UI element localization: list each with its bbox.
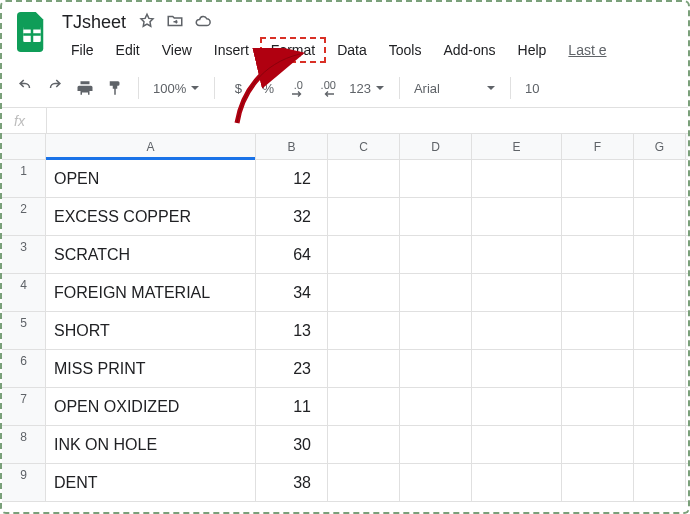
- row-header[interactable]: 5: [2, 312, 46, 349]
- cell[interactable]: [472, 464, 562, 501]
- cell[interactable]: [634, 350, 686, 387]
- cell[interactable]: [472, 236, 562, 273]
- cell[interactable]: [472, 388, 562, 425]
- cell[interactable]: OPEN OXIDIZED: [46, 388, 256, 425]
- cell[interactable]: [562, 388, 634, 425]
- cell[interactable]: [400, 160, 472, 197]
- row-header[interactable]: 9: [2, 464, 46, 501]
- cell[interactable]: 32: [256, 198, 328, 235]
- cell[interactable]: [472, 350, 562, 387]
- decrease-decimal-button[interactable]: .0: [285, 75, 311, 101]
- cell[interactable]: [634, 464, 686, 501]
- undo-button[interactable]: [12, 75, 38, 101]
- cell[interactable]: OPEN: [46, 160, 256, 197]
- cell[interactable]: [400, 312, 472, 349]
- cell[interactable]: [328, 350, 400, 387]
- select-all-corner[interactable]: [2, 134, 46, 159]
- cell[interactable]: 12: [256, 160, 328, 197]
- cell[interactable]: [472, 274, 562, 311]
- column-header-a[interactable]: A: [46, 134, 256, 159]
- cell[interactable]: INK ON HOLE: [46, 426, 256, 463]
- redo-button[interactable]: [42, 75, 68, 101]
- cell[interactable]: [400, 388, 472, 425]
- cell[interactable]: [328, 160, 400, 197]
- cell[interactable]: [328, 464, 400, 501]
- column-header-d[interactable]: D: [400, 134, 472, 159]
- cloud-status-icon[interactable]: [194, 12, 212, 34]
- cell[interactable]: [562, 312, 634, 349]
- cell[interactable]: 30: [256, 426, 328, 463]
- menu-addons[interactable]: Add-ons: [432, 37, 506, 63]
- more-formats-select[interactable]: 123: [345, 75, 389, 101]
- column-header-e[interactable]: E: [472, 134, 562, 159]
- font-family-select[interactable]: Arial: [410, 75, 500, 101]
- menu-edit[interactable]: Edit: [105, 37, 151, 63]
- row-header[interactable]: 7: [2, 388, 46, 425]
- cell[interactable]: [562, 274, 634, 311]
- cell[interactable]: [634, 198, 686, 235]
- cell[interactable]: 38: [256, 464, 328, 501]
- row-header[interactable]: 8: [2, 426, 46, 463]
- zoom-select[interactable]: 100%: [149, 75, 204, 101]
- font-size-select[interactable]: 10: [521, 75, 543, 101]
- cell[interactable]: [634, 274, 686, 311]
- cell[interactable]: [472, 198, 562, 235]
- cell[interactable]: [328, 426, 400, 463]
- move-folder-icon[interactable]: [166, 12, 184, 34]
- cell[interactable]: EXCESS COPPER: [46, 198, 256, 235]
- cell[interactable]: [562, 160, 634, 197]
- format-currency-button[interactable]: $: [225, 75, 251, 101]
- cell[interactable]: MISS PRINT: [46, 350, 256, 387]
- cell[interactable]: 64: [256, 236, 328, 273]
- cell[interactable]: [634, 388, 686, 425]
- cell[interactable]: [472, 312, 562, 349]
- menu-tools[interactable]: Tools: [378, 37, 433, 63]
- row-header[interactable]: 3: [2, 236, 46, 273]
- cell[interactable]: [634, 312, 686, 349]
- cell[interactable]: 23: [256, 350, 328, 387]
- print-button[interactable]: [72, 75, 98, 101]
- cell[interactable]: [328, 236, 400, 273]
- cell[interactable]: [400, 426, 472, 463]
- sheets-logo-icon[interactable]: [14, 10, 50, 54]
- cell[interactable]: [634, 236, 686, 273]
- row-header[interactable]: 4: [2, 274, 46, 311]
- cell[interactable]: [562, 426, 634, 463]
- cell[interactable]: [634, 160, 686, 197]
- cell[interactable]: [562, 464, 634, 501]
- column-header-c[interactable]: C: [328, 134, 400, 159]
- cell[interactable]: [400, 464, 472, 501]
- star-icon[interactable]: [138, 12, 156, 34]
- cell[interactable]: [562, 236, 634, 273]
- formula-input[interactable]: [46, 108, 688, 133]
- menu-data[interactable]: Data: [326, 37, 378, 63]
- cell[interactable]: [562, 350, 634, 387]
- row-header[interactable]: 6: [2, 350, 46, 387]
- document-title[interactable]: TJsheet: [60, 10, 128, 35]
- cell[interactable]: FOREIGN MATERIAL: [46, 274, 256, 311]
- cell[interactable]: [472, 426, 562, 463]
- menu-help[interactable]: Help: [507, 37, 558, 63]
- column-header-f[interactable]: F: [562, 134, 634, 159]
- cell[interactable]: [328, 274, 400, 311]
- cell[interactable]: 13: [256, 312, 328, 349]
- cell[interactable]: [328, 312, 400, 349]
- cell[interactable]: SHORT: [46, 312, 256, 349]
- cell[interactable]: [400, 198, 472, 235]
- menu-view[interactable]: View: [151, 37, 203, 63]
- paint-format-button[interactable]: [102, 75, 128, 101]
- cell[interactable]: [562, 198, 634, 235]
- format-percent-button[interactable]: %: [255, 75, 281, 101]
- column-header-g[interactable]: G: [634, 134, 686, 159]
- menu-format[interactable]: Format: [260, 37, 326, 63]
- row-header[interactable]: 2: [2, 198, 46, 235]
- cell[interactable]: DENT: [46, 464, 256, 501]
- last-edit-link[interactable]: Last e: [557, 37, 617, 63]
- cell[interactable]: [634, 426, 686, 463]
- cell[interactable]: [328, 388, 400, 425]
- cell[interactable]: SCRATCH: [46, 236, 256, 273]
- cell[interactable]: [400, 236, 472, 273]
- menu-file[interactable]: File: [60, 37, 105, 63]
- cell[interactable]: 34: [256, 274, 328, 311]
- column-header-b[interactable]: B: [256, 134, 328, 159]
